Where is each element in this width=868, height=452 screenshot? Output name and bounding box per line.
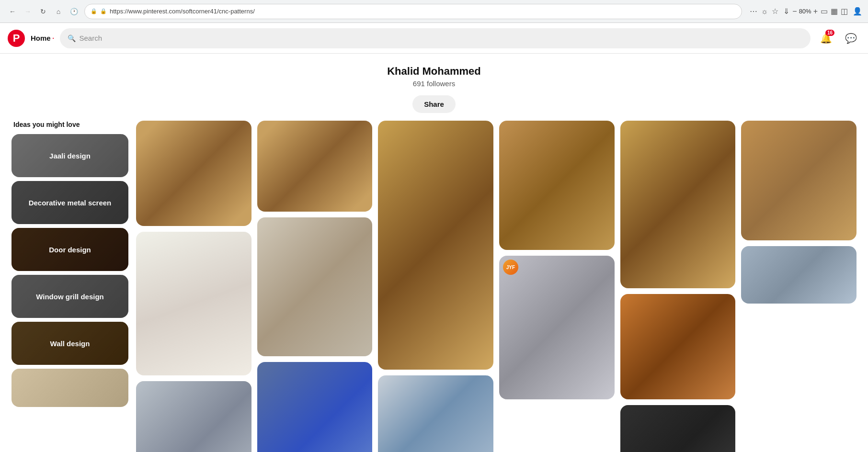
pin-card[interactable] [741,246,857,304]
share-button[interactable]: Share [412,95,456,113]
zoom-in-button[interactable]: + [812,7,819,16]
sidebar-title: Ideas you might love [11,121,128,128]
message-icon: 💬 [845,33,857,44]
pin-card[interactable] [741,121,857,240]
sidebar-item[interactable]: Window grill design [11,275,128,318]
profile-button[interactable]: 👤 [853,7,862,16]
sidebar-item-overlay: Jaali design [11,134,128,177]
sidebar-item-label: Door design [49,246,91,254]
sidebar-item-label: Jaali design [49,152,91,160]
search-icon: 🔍 [68,34,76,42]
lock-icon: 🔒 [100,8,107,14]
home-label: Home [31,34,51,42]
home-button[interactable]: ⌂ [52,5,65,18]
messages-button[interactable]: 💬 [841,29,860,48]
home-dot: • [53,36,54,40]
pin-card[interactable] [378,121,493,370]
browser-actions: ⋯ ☼ ☆ ⇓ − 80% + ▭ ▦ ◫ 👤 [750,7,862,16]
split-view-button[interactable]: ▦ [830,7,839,16]
pin-card[interactable] [136,121,251,226]
sidebar-item[interactable]: Decorative metal screen [11,181,128,224]
pin-card[interactable] [257,362,373,452]
search-bar[interactable]: 🔍 Search [60,28,811,48]
sidebar-item-overlay: Decorative metal screen [11,181,128,224]
pocket-button[interactable]: ☼ [761,7,768,16]
nav-buttons: ← → ↻ ⌂ 🕐 [6,5,80,18]
pin-card[interactable] [499,121,615,250]
notifications-button[interactable]: 🔔 16 [816,29,835,48]
pin-card[interactable] [136,232,251,375]
download-button[interactable]: ⇓ [782,7,790,16]
search-placeholder: Search [80,34,103,42]
zoom-out-button[interactable]: − [791,7,798,16]
history-button[interactable]: 🕐 [67,5,80,18]
pin-card[interactable]: JYF [499,256,615,399]
sidebar-item-label: Decorative metal screen [29,199,112,207]
home-link[interactable]: Home • [31,34,54,42]
left-sidebar: Ideas you might love Jaali design Decora… [8,121,132,452]
sidebar-items-container: Jaali design Decorative metal screen Doo… [11,134,128,365]
pinterest-header: P Home • 🔍 Search 🔔 16 💬 [0,23,868,54]
notification-badge: 16 [825,30,834,36]
content-area: Ideas you might love Jaali design Decora… [0,121,868,452]
pin-card[interactable] [378,375,493,452]
bookmark-button[interactable]: ☆ [772,7,778,16]
browser-chrome: ← → ↻ ⌂ 🕐 🔒 🔒 https://www.pinterest.com/… [0,0,868,23]
forward-button[interactable]: → [21,5,34,18]
zoom-level: 80% [799,8,811,15]
sidebar-item-label: Wall design [50,339,90,348]
sidebar-item-label: Window grill design [36,293,104,301]
sidebar-toggle-button[interactable]: ◫ [840,7,849,16]
sidebar-item[interactable]: Wall design [11,322,128,365]
pin-grid: Comelite Architecture & Stru... JYF Artv… [132,121,860,452]
profile-name: Khalid Mohammed [0,65,868,78]
profile-followers: 691 followers [0,79,868,88]
sidebar-item-overlay: Wall design [11,322,128,365]
pin-card[interactable] [620,294,736,399]
pinterest-logo[interactable]: P [8,30,25,47]
sidebar-item[interactable]: Jaali design [11,134,128,177]
sidebar-item-overlay: Door design [11,228,128,271]
sidebar-item[interactable]: Door design [11,228,128,271]
back-button[interactable]: ← [6,5,19,18]
pin-card[interactable]: Comelite Architecture & Stru... [136,381,251,452]
sidebar-item-overlay: Window grill design [11,275,128,318]
more-button[interactable]: ⋯ [750,7,757,16]
url-text: https://www.pinterest.com/softcorner41/c… [110,8,736,15]
profile-section: Khalid Mohammed 691 followers Share [0,54,868,121]
zoom-controls: ⇓ − 80% + ▭ ▦ ◫ [782,7,849,16]
pin-card[interactable]: Artvander_design [620,405,736,452]
address-bar[interactable]: 🔒 🔒 https://www.pinterest.com/softcorner… [84,4,742,19]
pin-card[interactable] [620,121,736,288]
sidebar-last-item[interactable] [11,369,128,407]
pin-card[interactable] [257,217,373,356]
refresh-button[interactable]: ↻ [36,5,50,18]
pin-card[interactable] [257,121,373,212]
fullscreen-button[interactable]: ▭ [820,7,829,16]
security-icon: 🔒 [91,8,97,14]
header-right: 🔔 16 💬 [816,29,860,48]
